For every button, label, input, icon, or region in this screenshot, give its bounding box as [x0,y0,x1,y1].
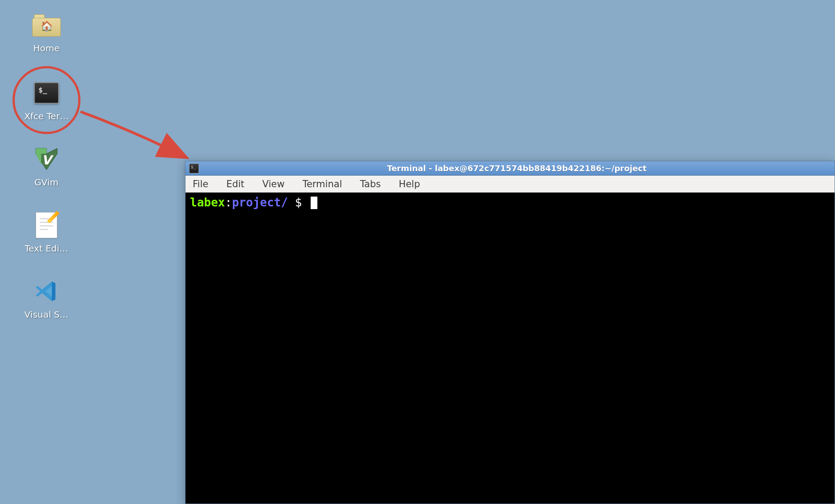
menu-file[interactable]: File [190,177,211,191]
text-editor-icon [32,211,61,239]
prompt-user: labex [190,196,225,209]
window-title: Terminal - labex@672c771574bb88419b42218… [202,164,831,173]
desktop-icon-label: Xfce Ter… [24,111,69,122]
desktop-icon-xfce-terminal[interactable]: Xfce Ter… [20,79,73,122]
desktop-icon-label: Visual S… [25,309,69,320]
prompt-separator: : [225,196,232,209]
desktop-icon-text-editor[interactable]: Text Edi… [20,211,73,254]
menu-tabs[interactable]: Tabs [357,177,384,191]
desktop-icon-gvim[interactable]: V GVim [20,145,73,188]
terminal-icon [189,164,199,173]
gvim-icon: V [32,145,61,173]
annotation-arrow [72,103,197,165]
menubar: File Edit View Terminal Tabs Help [186,176,835,193]
desktop-icon-label: GVim [34,177,59,188]
menu-help[interactable]: Help [396,177,423,191]
menu-view[interactable]: View [260,177,287,191]
terminal-body[interactable]: labex:project/ $ [186,193,835,504]
menu-terminal[interactable]: Terminal [300,177,345,191]
window-titlebar[interactable]: Terminal - labex@672c771574bb88419b42218… [186,161,835,176]
prompt-path: project/ [232,196,288,209]
desktop-icon-label: Text Edi… [25,243,68,254]
terminal-icon [32,79,61,107]
desktop-icon-label: Home [33,43,59,54]
prompt-symbol: $ [288,196,309,209]
desktop-icon-home[interactable]: 🏠 Home [20,11,73,54]
terminal-window[interactable]: Terminal - labex@672c771574bb88419b42218… [185,161,835,504]
cursor [311,197,317,209]
folder-icon: 🏠 [32,11,61,39]
vscode-icon [32,277,61,306]
menu-edit[interactable]: Edit [224,177,247,191]
desktop-icon-visual-studio[interactable]: Visual S… [20,277,73,320]
